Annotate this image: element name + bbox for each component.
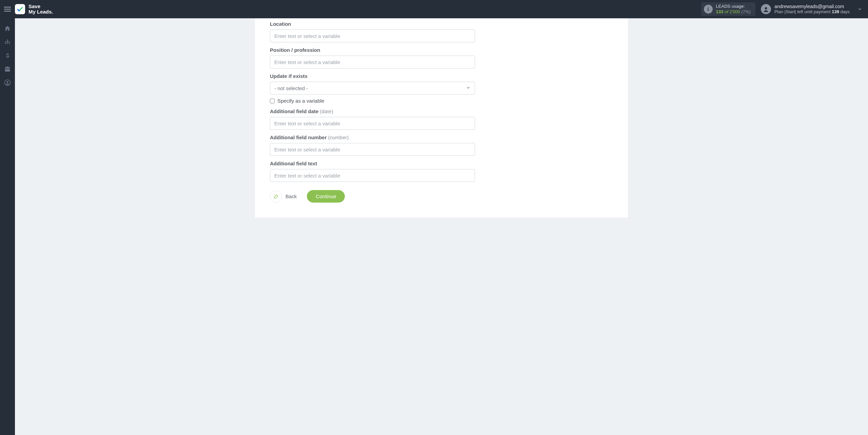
form-actions: Back Continue xyxy=(270,190,475,203)
sidebar xyxy=(0,18,15,435)
field-location: Location xyxy=(270,21,475,42)
back-button[interactable]: Back xyxy=(270,190,297,203)
account-plan: Plan |Start| left until payment 139 days xyxy=(774,9,850,15)
location-input[interactable] xyxy=(270,29,475,42)
field-additional-date: Additional field date (date) xyxy=(270,108,475,130)
afn-label-text: Additional field number xyxy=(270,134,328,140)
specify-variable-checkbox[interactable] xyxy=(270,99,275,103)
app-header: Save My Leads. i LEADS usage: 133 of 2'0… xyxy=(0,0,868,18)
svg-point-7 xyxy=(7,81,8,83)
update-selected-value: - not selected - xyxy=(274,85,308,91)
account-text: andrewsavemyleads@gmail.com Plan |Start|… xyxy=(774,4,850,14)
sidebar-item-briefcase[interactable] xyxy=(0,62,15,76)
field-position: Position / profession xyxy=(270,47,475,68)
brand-logo[interactable]: Save My Leads. xyxy=(15,4,53,15)
position-input[interactable] xyxy=(270,56,475,68)
usage-values: 133 of 2'000 (7%) xyxy=(716,9,751,15)
account-menu[interactable]: andrewsavemyleads@gmail.com Plan |Start|… xyxy=(761,4,868,14)
svg-point-4 xyxy=(7,43,8,44)
info-icon: i xyxy=(704,5,713,14)
content-card: Location Position / profession Update if… xyxy=(255,18,628,218)
svg-point-5 xyxy=(9,43,10,44)
field-additional-text: Additional field text xyxy=(270,161,475,182)
afd-hint: (date) xyxy=(320,108,333,114)
field-additional-number: Additional field number (number) xyxy=(270,134,475,156)
svg-point-2 xyxy=(7,40,8,41)
usage-pct: (7%) xyxy=(741,9,750,14)
update-label: Update if exists xyxy=(270,73,475,79)
edit-icon xyxy=(270,190,282,203)
plan-days-num: 139 xyxy=(832,9,839,14)
afd-label: Additional field date (date) xyxy=(270,108,475,114)
afn-input[interactable] xyxy=(270,143,475,156)
brand-line2: My Leads. xyxy=(28,9,53,15)
leads-usage-badge[interactable]: i LEADS usage: 133 of 2'000 (7%) xyxy=(701,2,755,16)
sidebar-item-billing[interactable] xyxy=(0,49,15,62)
sidebar-item-integrations[interactable] xyxy=(0,35,15,49)
hamburger-icon xyxy=(4,7,11,12)
plan-days-suffix: days xyxy=(839,9,850,14)
field-update-if-exists: Update if exists - not selected - Specif… xyxy=(270,73,475,104)
usage-label: LEADS usage: xyxy=(716,4,751,9)
brand-line1: Save xyxy=(28,4,53,9)
usage-text: LEADS usage: 133 of 2'000 (7%) xyxy=(716,4,751,14)
usage-count: 133 xyxy=(716,9,724,14)
logo-icon xyxy=(15,4,25,14)
specify-variable-row[interactable]: Specify as a variable xyxy=(270,98,475,104)
afd-input[interactable] xyxy=(270,117,475,130)
afd-label-text: Additional field date xyxy=(270,108,320,114)
back-label: Back xyxy=(285,193,297,199)
workspace: Location Position / profession Update if… xyxy=(15,18,868,435)
form-wrap: Location Position / profession Update if… xyxy=(255,18,475,203)
sidebar-item-home[interactable] xyxy=(0,22,15,35)
menu-toggle-button[interactable] xyxy=(0,0,15,18)
svg-point-1 xyxy=(765,7,767,9)
svg-point-3 xyxy=(5,43,6,44)
avatar-icon xyxy=(761,4,771,14)
usage-total: 2'000 xyxy=(729,9,740,14)
sidebar-item-profile[interactable] xyxy=(0,76,15,89)
afn-label: Additional field number (number) xyxy=(270,134,475,140)
chevron-down-icon xyxy=(466,85,471,91)
aft-input[interactable] xyxy=(270,169,475,182)
brand-text: Save My Leads. xyxy=(28,4,53,15)
usage-of: of xyxy=(725,9,728,14)
continue-button[interactable]: Continue xyxy=(307,190,345,203)
chevron-down-icon xyxy=(856,7,863,12)
plan-prefix: Plan |Start| left until payment xyxy=(774,9,832,14)
position-label: Position / profession xyxy=(270,47,475,53)
aft-label: Additional field text xyxy=(270,161,475,166)
location-label: Location xyxy=(270,21,475,27)
account-email: andrewsavemyleads@gmail.com xyxy=(774,4,850,9)
afn-hint: (number) xyxy=(328,134,349,140)
update-select[interactable]: - not selected - xyxy=(270,82,475,95)
specify-variable-label: Specify as a variable xyxy=(277,98,324,104)
